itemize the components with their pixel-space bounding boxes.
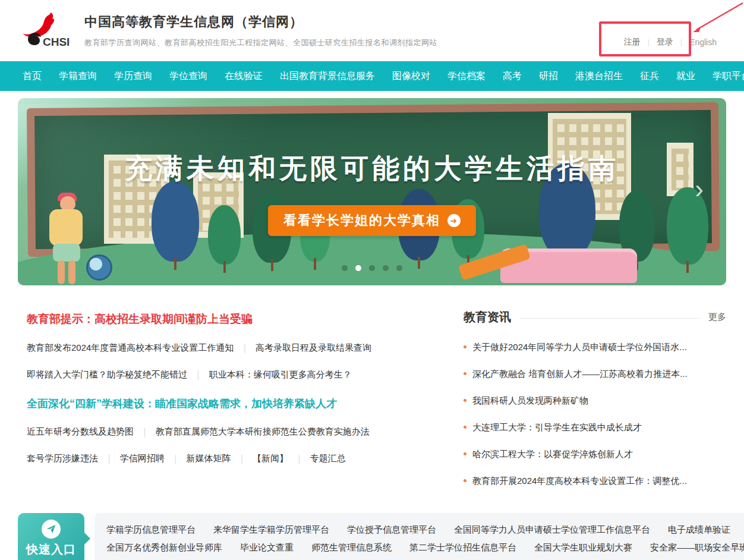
chsi-logo: CHSI: [18, 11, 77, 51]
site-title-block: 中国高等教育学生信息网（学信网） 教育部学历查询网站、教育部高校招生阳光工程指定…: [84, 13, 437, 48]
divider: |: [680, 38, 682, 46]
bullet-icon: [464, 426, 466, 429]
edu-news-link[interactable]: 关于做好2024年同等学力人员申请硕士学位外国语水...: [472, 342, 687, 353]
auth-links: 注册 | 登录 | English: [624, 37, 717, 48]
alert-headline[interactable]: 教育部提示：高校招生录取期间谨防上当受骗: [27, 312, 440, 327]
news-link[interactable]: 教育部发布2024年度普通高校本科专业设置工作通知: [27, 342, 234, 353]
news-link[interactable]: 套号学历涉嫌违法: [27, 453, 98, 463]
edu-news-link[interactable]: 大连理工大学：引导学生在实践中成长成才: [472, 422, 642, 433]
carousel-dot[interactable]: [383, 265, 389, 271]
nav-item-overseas-education-service[interactable]: 出国教育背景信息服务: [280, 70, 375, 83]
bullet-icon: [464, 452, 466, 455]
carousel-dot[interactable]: [369, 265, 375, 271]
edu-news-link[interactable]: 教育部开展2024年度高校本科专业设置工作：调整优...: [472, 476, 687, 487]
site-subtitle: 教育部学历查询网站、教育部高校招生阳光工程指定网站、全国硕士研究生招生报名和调剂…: [84, 37, 437, 48]
carousel-dots: [342, 265, 402, 271]
arrow-right-icon: ➜: [447, 214, 461, 227]
carousel-next-icon[interactable]: ›: [695, 175, 704, 202]
quick-link[interactable]: 全国大学生职业规划大赛: [534, 539, 632, 556]
nav-item-postgrad-admission[interactable]: 研招: [539, 70, 558, 83]
list-item: 关于做好2024年同等学力人员申请硕士学位外国语水...: [464, 342, 726, 353]
quick-entry-label: 快速入口: [18, 542, 84, 558]
news-link[interactable]: 近五年研考分数线及趋势图: [27, 426, 134, 436]
news-row: 即将踏入大学门槛？助学秘笈绝不能错过｜职业本科：缘何吸引更多高分考生？: [27, 369, 440, 380]
carousel-dot[interactable]: [355, 265, 361, 271]
nav-item-hmt-admission[interactable]: 港澳台招生: [575, 70, 623, 83]
divider: ｜: [171, 453, 180, 463]
list-item: 教育部开展2024年度高校本科专业设置工作：调整优...: [464, 476, 726, 487]
list-item: 深化产教融合 培育创新人才——江苏高校着力推进本...: [464, 369, 726, 380]
quick-link[interactable]: 学位授予信息管理平台: [347, 521, 436, 539]
quick-link[interactable]: 师范生管理信息系统: [311, 539, 392, 556]
news-link[interactable]: 专题汇总: [310, 453, 346, 463]
carousel-dot[interactable]: [342, 265, 348, 271]
edu-news-link[interactable]: 我国科研人员发现两种新矿物: [472, 395, 588, 407]
svg-text:CHSI: CHSI: [43, 36, 70, 48]
banner-cta-button[interactable]: 看看学长学姐的大学真相 ➜: [268, 205, 476, 236]
main-content: 教育部提示：高校招生录取期间谨防上当受骗 教育部发布2024年度普通高校本科专业…: [18, 309, 726, 487]
edu-news-panel: 教育资讯 更多 关于做好2024年同等学力人员申请硕士学位外国语水... 深化产…: [464, 309, 726, 487]
tree-illustration: [208, 205, 241, 265]
quick-link[interactable]: 全国同等学力人员申请硕士学位管理工作信息平台: [454, 521, 650, 539]
feature-headline[interactable]: 全面深化“四新”学科建设：瞄准国家战略需求，加快培养紧缺人才: [27, 397, 440, 411]
divider: [519, 318, 700, 319]
list-item: 大连理工大学：引导学生在实践中成长成才: [464, 422, 726, 433]
nav-item-online-verification[interactable]: 在线验证: [225, 70, 263, 83]
edu-news-header: 教育资讯 更多: [464, 309, 726, 325]
news-link[interactable]: 【新闻】: [253, 453, 288, 463]
bullet-icon: [464, 372, 466, 375]
nav-item-conscription[interactable]: 征兵: [640, 70, 659, 83]
nav-item-enrollment-query[interactable]: 学籍查询: [59, 70, 97, 83]
nav-item-gaokao[interactable]: 高考: [503, 70, 522, 83]
news-link[interactable]: 新媒体矩阵: [186, 453, 231, 463]
quick-link[interactable]: 学籍学历信息管理平台: [106, 521, 196, 539]
quick-link[interactable]: 电子成绩单验证: [668, 521, 730, 539]
nav-item-career-platform[interactable]: 学职平台: [713, 70, 744, 83]
news-column: 教育部提示：高校招生录取期间谨防上当受骗 教育部发布2024年度普通高校本科专业…: [18, 309, 464, 487]
divider: ｜: [194, 369, 203, 379]
news-link[interactable]: 即将踏入大学门槛？助学秘笈绝不能错过: [27, 369, 187, 379]
nav-item-qualification-query[interactable]: 学历查询: [114, 70, 152, 83]
bullet-icon: [464, 345, 466, 348]
annotation-arrow-icon: [677, 0, 744, 42]
news-link[interactable]: 教育部直属师范大学本研衔接师范生公费教育实施办法: [156, 426, 370, 436]
chsi-homepage: CHSI 中国高等教育学生信息网（学信网） 教育部学历查询网站、教育部高校招生阳…: [0, 0, 744, 560]
register-link[interactable]: 注册: [624, 37, 641, 48]
nav-item-degree-query[interactable]: 学位查询: [169, 70, 207, 83]
edu-news-list: 关于做好2024年同等学力人员申请硕士学位外国语水... 深化产教融合 培育创新…: [464, 342, 726, 487]
quick-link[interactable]: 毕业论文查重: [240, 539, 294, 556]
banner-title: 充满未知和无限可能的大学生活指南: [18, 150, 726, 187]
quick-entry-section: 快速入口 学籍学历信息管理平台 来华留学生学籍学历管理平台 学位授予信息管理平台…: [18, 513, 726, 560]
divider: ｜: [295, 453, 304, 463]
site-title: 中国高等教育学生信息网（学信网）: [84, 13, 437, 31]
news-link[interactable]: 高考录取日程及录取结果查询: [256, 342, 371, 353]
list-item: 我国科研人员发现两种新矿物: [464, 395, 726, 407]
divider: |: [648, 38, 650, 46]
paper-plane-icon: [42, 520, 61, 539]
bullet-icon: [464, 399, 466, 402]
more-link[interactable]: 更多: [708, 312, 726, 323]
hero-carousel[interactable]: 充满未知和无限可能的大学生活指南 看看学长学姐的大学真相 ➜ ›: [18, 98, 726, 285]
list-item: 哈尔滨工程大学：以赛促学淬炼创新人才: [464, 449, 726, 460]
quick-link[interactable]: 全国万名优秀创新创业导师库: [106, 539, 222, 556]
quick-link[interactable]: 安全家——职场安全早班车: [650, 539, 744, 556]
divider: ｜: [240, 342, 249, 353]
quick-entry-tag: 快速入口: [18, 513, 84, 560]
edu-news-title: 教育资讯: [464, 309, 511, 325]
news-link[interactable]: 学信网招聘: [120, 453, 165, 463]
english-link[interactable]: English: [689, 37, 717, 47]
carousel-dot[interactable]: [396, 265, 402, 271]
nav-item-chsi-archive[interactable]: 学信档案: [447, 70, 486, 83]
quick-links-panel: 学籍学历信息管理平台 来华留学生学籍学历管理平台 学位授予信息管理平台 全国同等…: [94, 513, 744, 560]
student-illustration: [45, 196, 92, 285]
nav-item-image-check[interactable]: 图像校对: [392, 70, 430, 83]
nav-item-employment[interactable]: 就业: [676, 70, 695, 83]
quick-link[interactable]: 第二学士学位招生信息平台: [409, 539, 516, 556]
nav-item-home[interactable]: 首页: [23, 70, 42, 83]
quick-link[interactable]: 来华留学生学籍学历管理平台: [213, 521, 329, 539]
edu-news-link[interactable]: 深化产教融合 培育创新人才——江苏高校着力推进本...: [472, 369, 688, 380]
news-link[interactable]: 职业本科：缘何吸引更多高分考生？: [209, 369, 352, 379]
edu-news-link[interactable]: 哈尔滨工程大学：以赛促学淬炼创新人才: [472, 449, 633, 460]
news-row: 近五年研考分数线及趋势图｜教育部直属师范大学本研衔接师范生公费教育实施办法: [27, 426, 440, 438]
login-link[interactable]: 登录: [657, 37, 673, 48]
